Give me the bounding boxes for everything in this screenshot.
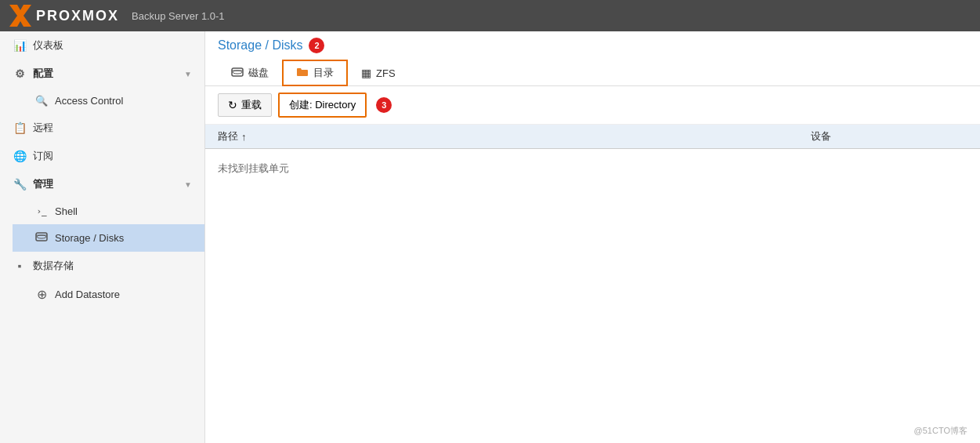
tab-disks[interactable]: 磁盘: [218, 60, 282, 85]
svg-point-2: [37, 235, 46, 238]
sidebar-item-label: 远程: [33, 121, 53, 135]
folder-tab-icon: [296, 67, 309, 80]
sidebar-item-config[interactable]: ⚙ 配置 ▼: [0, 60, 204, 88]
toolbar: ↻ 重载 创建: Directory 3: [205, 86, 980, 125]
reload-button[interactable]: ↻ 重载: [218, 93, 272, 117]
breadcrumb: Storage / Disks 2: [205, 31, 980, 56]
main-content: Storage / Disks 2 磁盘: [205, 31, 980, 443]
sidebar-item-subscription[interactable]: 🌐 订阅: [0, 142, 204, 170]
col-device-label: 设备: [811, 130, 831, 142]
logo: PROXMOX: [9, 5, 119, 27]
chevron-down-icon: ▼: [184, 70, 192, 78]
sidebar-item-label: Access Control: [55, 95, 123, 107]
col-device-header: 设备: [811, 129, 967, 143]
sidebar-item-label: Storage / Disks: [55, 232, 124, 244]
sidebar-item-datastorage[interactable]: ▪ 数据存储: [0, 252, 204, 280]
svg-rect-1: [36, 233, 47, 241]
col-path-header: 路径 ↑: [218, 129, 811, 143]
sidebar-item-storage-disks[interactable]: Storage / Disks: [13, 224, 204, 252]
app-layout: 📊 仪表板 ⚙ 配置 ▼ 🔍 Access Control 📋 远程 🌐 订阅: [0, 31, 980, 443]
header-title: Backup Server 1.0-1: [132, 10, 225, 22]
create-directory-button[interactable]: 创建: Directory: [278, 93, 367, 118]
sidebar: 📊 仪表板 ⚙ 配置 ▼ 🔍 Access Control 📋 远程 🌐 订阅: [0, 31, 205, 443]
reload-icon: ↻: [228, 99, 237, 111]
watermark: @51CTO博客: [914, 425, 967, 437]
sidebar-item-access-control[interactable]: 🔍 Access Control: [13, 88, 204, 114]
sidebar-sub-management: ›_ Shell Storage / Disks: [0, 198, 204, 252]
tab-label: 目录: [313, 66, 334, 80]
chevron-down-icon: ▼: [184, 180, 192, 189]
config-icon: ⚙: [13, 67, 27, 80]
add-icon: ⊕: [34, 287, 49, 302]
access-control-icon: 🔍: [34, 95, 49, 107]
sidebar-item-label: 数据存储: [33, 259, 74, 273]
breadcrumb-badge: 2: [309, 38, 324, 53]
tab-label: 磁盘: [248, 66, 269, 80]
sidebar-item-label: Shell: [55, 205, 78, 217]
sidebar-sub-datastorage: ⊕ Add Datastore: [0, 280, 204, 309]
tabs-bar: 磁盘 目录 ▦ ZFS: [205, 56, 980, 86]
breadcrumb-text: Storage / Disks: [218, 38, 302, 53]
create-label: 创建: Directory: [289, 98, 356, 112]
sidebar-item-label: 仪表板: [33, 38, 63, 53]
table-empty-message: 未找到挂载单元: [205, 149, 980, 188]
svg-rect-4: [232, 68, 243, 76]
logo-text: PROXMOX: [36, 8, 119, 24]
subscription-icon: 🌐: [13, 150, 27, 162]
tab-zfs[interactable]: ▦ ZFS: [348, 61, 409, 85]
sort-icon[interactable]: ↑: [241, 131, 247, 143]
table-header: 路径 ↑ 设备: [205, 125, 980, 149]
sidebar-sub-config: 🔍 Access Control: [0, 88, 204, 114]
zfs-tab-icon: ▦: [361, 67, 371, 79]
sidebar-item-label: Add Datastore: [55, 289, 120, 300]
col-path-label: 路径: [218, 129, 238, 143]
disk-tab-icon: [231, 67, 244, 80]
sidebar-item-label: 订阅: [33, 149, 53, 163]
sidebar-item-dashboard[interactable]: 📊 仪表板: [0, 31, 204, 60]
svg-marker-0: [9, 5, 31, 27]
sidebar-item-shell[interactable]: ›_ Shell: [13, 198, 204, 224]
empty-text: 未找到挂载单元: [218, 162, 289, 174]
sidebar-item-remote[interactable]: 📋 远程: [0, 114, 204, 142]
remote-icon: 📋: [13, 122, 27, 134]
table-area: 路径 ↑ 设备 未找到挂载单元: [205, 125, 980, 443]
sidebar-item-label: 配置: [33, 67, 53, 81]
sidebar-item-add-datastore[interactable]: ⊕ Add Datastore: [13, 280, 204, 309]
disk-icon: [35, 231, 48, 242]
watermark-text: @51CTO博客: [914, 426, 967, 435]
tab-label: ZFS: [376, 67, 396, 79]
toolbar-badge: 3: [376, 97, 392, 113]
datastorage-icon: ▪: [13, 260, 27, 272]
tab-directory[interactable]: 目录: [282, 60, 348, 86]
proxmox-x-icon: [9, 5, 31, 27]
sidebar-item-management[interactable]: 🔧 管理 ▼: [0, 170, 204, 198]
storage-icon: [34, 231, 49, 245]
shell-icon: ›_: [34, 206, 49, 216]
app-header: PROXMOX Backup Server 1.0-1: [0, 0, 980, 31]
management-icon: 🔧: [13, 178, 27, 191]
sidebar-item-label: 管理: [33, 177, 53, 191]
dashboard-icon: 📊: [13, 39, 27, 52]
svg-point-5: [233, 71, 242, 74]
reload-label: 重载: [241, 98, 262, 112]
